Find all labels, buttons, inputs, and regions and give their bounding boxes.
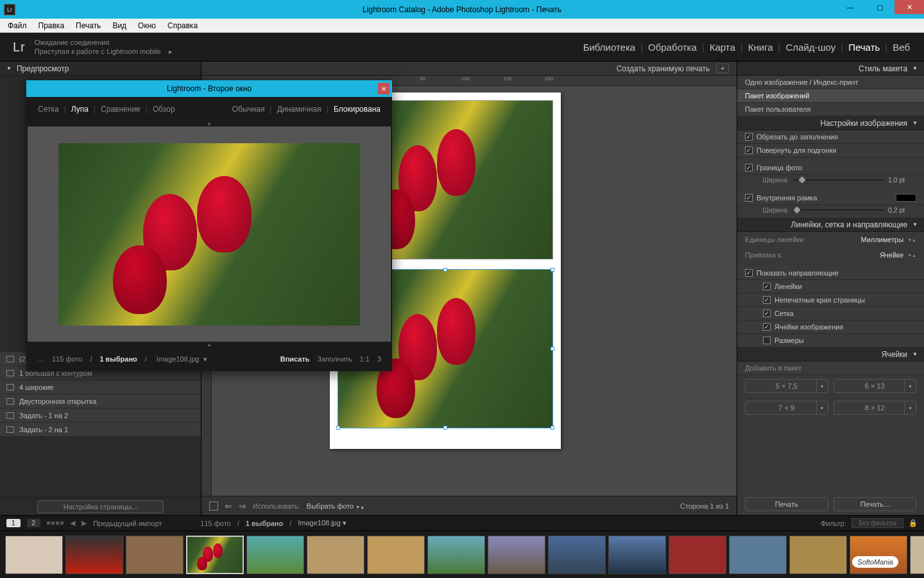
- menu-help[interactable]: Справка: [162, 20, 203, 31]
- thumbnail[interactable]: [850, 536, 907, 574]
- inner-frame-row[interactable]: Внутренняя рамка: [737, 191, 924, 205]
- rotate-checkbox-row[interactable]: Повернуть для подгонки: [737, 144, 924, 157]
- maximize-button[interactable]: ▢: [865, 0, 894, 14]
- checkbox-icon[interactable]: [745, 133, 753, 141]
- layout-option[interactable]: Одно изображение / Индекс-принт: [737, 76, 924, 89]
- secwin-titlebar[interactable]: Lightroom - Второе окно ✕: [26, 80, 392, 97]
- chevron-down-icon[interactable]: ▼: [904, 401, 916, 414]
- secondary-window[interactable]: Lightroom - Второе окно ✕ Сетка| Лупа| С…: [26, 80, 392, 371]
- next-page-icon[interactable]: ⇒: [239, 501, 246, 511]
- show-guides-row[interactable]: Показать направляющие: [737, 267, 924, 280]
- print-button[interactable]: Печать: [745, 497, 828, 511]
- border-width-slider[interactable]: Ширина1,0 pt: [737, 175, 924, 188]
- checkbox-icon[interactable]: [745, 164, 753, 171]
- guide-option[interactable]: Линейки: [737, 280, 924, 293]
- thumbnail[interactable]: [548, 536, 606, 574]
- expand-icon[interactable]: ▲: [26, 342, 392, 347]
- crop-checkbox-row[interactable]: Обрезать до заполнения: [737, 130, 924, 144]
- nav-prev-icon[interactable]: ◀: [70, 519, 75, 527]
- tab-normal[interactable]: Обычная: [230, 105, 268, 114]
- tab-compare[interactable]: Сравнение: [98, 105, 143, 114]
- print-dialog-button[interactable]: Печать...: [834, 497, 917, 511]
- template-item[interactable]: 4 широкие: [0, 380, 201, 394]
- select-checkbox[interactable]: [209, 502, 218, 511]
- template-item[interactable]: Задать - 1 на 2: [0, 408, 201, 423]
- module-print[interactable]: Печать: [847, 42, 881, 53]
- menu-file[interactable]: Файл: [3, 20, 32, 31]
- guides-header[interactable]: Линейки, сетка и направляющие▼: [737, 218, 924, 232]
- thumbnail[interactable]: [669, 536, 726, 574]
- close-button[interactable]: ✕: [894, 0, 924, 14]
- zoom-ratio[interactable]: 3: [375, 355, 383, 363]
- lock-icon[interactable]: 🔒: [909, 519, 918, 527]
- minimize-button[interactable]: —: [835, 0, 865, 14]
- ruler-units-dropdown[interactable]: Единицы линейки:Миллиметры▼▲: [737, 232, 924, 247]
- module-map[interactable]: Карта: [708, 42, 737, 53]
- checkbox-icon[interactable]: [745, 269, 753, 277]
- monitor-2-button[interactable]: 2: [27, 519, 41, 527]
- border-checkbox-row[interactable]: Граница фото: [737, 161, 924, 175]
- thumbnail[interactable]: [126, 536, 184, 574]
- thumbnail[interactable]: [65, 536, 123, 574]
- guide-option[interactable]: Размеры: [737, 334, 924, 347]
- secwin-close-button[interactable]: ✕: [378, 83, 389, 94]
- module-web[interactable]: Веб: [891, 42, 911, 53]
- thumbnail[interactable]: [488, 536, 545, 574]
- add-icon[interactable]: +: [716, 64, 729, 73]
- guide-option[interactable]: Непечатные края страницы: [737, 293, 924, 307]
- filename-label[interactable]: Image108.jpg ▾: [298, 519, 346, 527]
- guide-option[interactable]: Сетка: [737, 307, 924, 320]
- checkbox-icon[interactable]: [763, 310, 771, 317]
- nav-next-icon[interactable]: ▶: [81, 519, 87, 527]
- template-item[interactable]: Задать - 2 на 1: [0, 423, 201, 437]
- thumbnail[interactable]: [789, 536, 847, 574]
- tab-grid[interactable]: Сетка: [35, 105, 62, 114]
- filmstrip[interactable]: [0, 530, 924, 578]
- thumbnail[interactable]: [367, 536, 425, 574]
- menu-edit[interactable]: Правка: [33, 20, 70, 31]
- collapse-icon[interactable]: ▼: [26, 121, 392, 127]
- cell-size-button[interactable]: 6 × 13▼: [834, 379, 917, 393]
- tab-live[interactable]: Динамичная: [275, 105, 324, 114]
- cell-size-button[interactable]: 8 × 12▼: [834, 401, 917, 415]
- thumbnail[interactable]: [246, 536, 304, 574]
- checkbox-icon[interactable]: [745, 146, 753, 154]
- use-dropdown[interactable]: Выбрать фото ▼▲: [307, 502, 364, 510]
- thumbnail[interactable]: [910, 536, 924, 574]
- menu-window[interactable]: Окно: [133, 20, 161, 31]
- checkbox-icon[interactable]: [745, 194, 753, 202]
- thumbnail-selected[interactable]: [186, 536, 244, 574]
- cell-size-button[interactable]: 7 × 9▼: [745, 401, 828, 415]
- checkbox-icon[interactable]: [763, 337, 771, 344]
- identity-line2[interactable]: Приступая к работе с Lightroom mobile ▸: [35, 47, 173, 56]
- thumbnail[interactable]: [608, 536, 666, 574]
- module-develop[interactable]: Обработка: [647, 42, 698, 53]
- layout-option[interactable]: Пакет пользователя: [737, 103, 924, 116]
- page-setup-button[interactable]: Настройка страницы...: [37, 500, 164, 513]
- zoom-fill[interactable]: Заполнить: [316, 355, 354, 363]
- secwin-filename[interactable]: Image108.jpg ▾: [153, 355, 209, 363]
- inner-width-slider[interactable]: Ширина0,2 pt: [737, 205, 924, 218]
- layout-style-header[interactable]: Стиль макета▼: [737, 62, 924, 76]
- menu-print[interactable]: Печать: [71, 20, 106, 31]
- prev-page-icon[interactable]: ⇐: [225, 501, 232, 511]
- module-slideshow[interactable]: Слайд-шоу: [785, 42, 837, 53]
- zoom-1to1[interactable]: 1:1: [358, 355, 372, 363]
- module-library[interactable]: Библиотека: [582, 42, 637, 53]
- color-swatch[interactable]: [896, 194, 916, 202]
- chevron-down-icon[interactable]: ▼: [904, 380, 916, 392]
- menu-view[interactable]: Вид: [107, 20, 132, 31]
- checkbox-icon[interactable]: [763, 283, 771, 290]
- snap-dropdown[interactable]: Привязка к:Ячейке▼▲: [737, 247, 924, 263]
- thumbnail[interactable]: [427, 536, 485, 574]
- zoom-fit[interactable]: Вписать: [278, 355, 312, 363]
- thumbnail[interactable]: [729, 536, 787, 574]
- chevron-down-icon[interactable]: ▼: [816, 401, 828, 414]
- cell-size-button[interactable]: 5 × 7,5▼: [745, 379, 828, 393]
- grid-view-icon[interactable]: [47, 521, 64, 525]
- image-settings-header[interactable]: Настройки изображения▼: [737, 116, 924, 130]
- tab-loupe[interactable]: Лупа: [69, 105, 91, 114]
- tab-survey[interactable]: Обзор: [150, 105, 178, 114]
- create-saved-print-button[interactable]: Создать хранимую печать: [617, 64, 710, 73]
- more-icon[interactable]: …: [35, 355, 46, 363]
